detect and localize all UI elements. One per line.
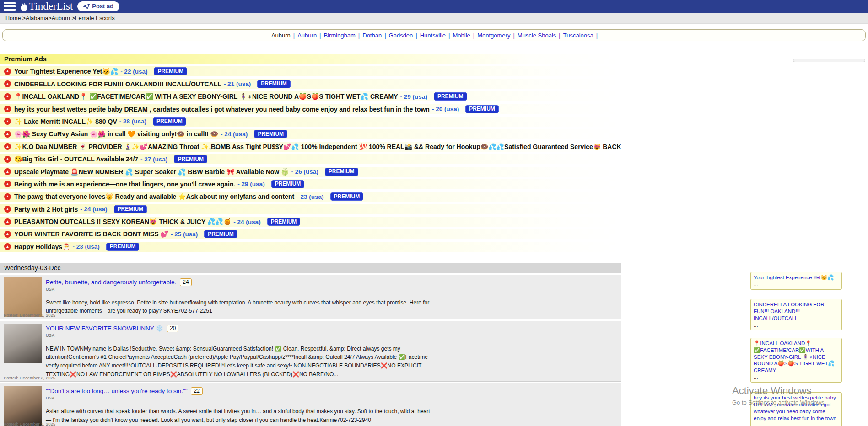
city-link-tuscaloosa[interactable]: Tuscaloosa (563, 32, 593, 39)
up-arrow-icon (4, 143, 11, 150)
premium-ad-title[interactable]: 🌸🌺 Sexy CuRvy Asian 🌸🌺 in call 🧡 visitin… (14, 130, 218, 138)
up-arrow-icon (4, 181, 11, 187)
listing-title-link[interactable]: YOUR NEW FAVORITE SNOWBUNNY ❄️ (46, 325, 163, 332)
city-link-auburn[interactable]: Auburn (297, 32, 317, 39)
city-separator: | (358, 32, 360, 39)
premium-badge: PREMIUM (330, 192, 364, 201)
up-arrow-icon (4, 168, 11, 175)
post-ad-button[interactable]: Post ad (77, 1, 119, 11)
premium-ad-row[interactable]: Your Tightest Experience Yet😼💦- 22 (usa)… (0, 66, 621, 76)
premium-ad-age: - 24 (usa) (221, 131, 248, 138)
listing-thumbnail[interactable] (4, 386, 42, 426)
listing-location: USA (46, 333, 616, 338)
hamburger-menu-icon[interactable] (4, 2, 16, 11)
premium-badge: PREMIUM (254, 130, 287, 138)
sidebar-ad-title[interactable]: hey its your best wettes petite baby DRE… (754, 394, 839, 422)
city-link-muscle-shoals[interactable]: Muscle Shoals (518, 32, 556, 39)
paper-plane-icon (83, 4, 90, 9)
city-link-montgomery[interactable]: Montgomery (477, 32, 510, 39)
sidebar-ad-title[interactable]: Your Tightest Experience Yet😼💦 (754, 274, 839, 281)
city-separator: | (513, 32, 514, 39)
premium-ad-title[interactable]: Your Tightest Experience Yet😼💦 (14, 68, 118, 75)
premium-ad-row[interactable]: Party with 2 Hot girls- 24 (usa)PREMIUM (0, 204, 621, 214)
premium-ad-title[interactable]: The pawg that everyone loves😼 Ready and … (14, 193, 294, 200)
premium-ad-title[interactable]: YOUR WINTER FAVORITE IS BACK DONT MISS 💕 (14, 230, 168, 238)
premium-badge: PREMIUM (174, 155, 207, 163)
listing-location: USA (46, 396, 616, 400)
premium-ad-row[interactable]: 🌸🌺 Sexy CuRvy Asian 🌸🌺 in call 🧡 visitin… (0, 129, 621, 139)
city-link-birmingham[interactable]: Birmingham (324, 32, 356, 39)
city-separator: | (384, 32, 386, 39)
listing-item[interactable]: Posted: December 3, 2025 YOUR NEW FAVORI… (0, 321, 621, 382)
premium-ad-row[interactable]: hey its your best wettes petite baby DRE… (0, 104, 621, 114)
listing-title-link[interactable]: ""Don't stare too long… unless you're re… (46, 388, 187, 394)
premium-ad-row[interactable]: ✨K.O Daa NUMBER 🍷 PROVIDER 🧎‍♀️✨💕AMAZING… (0, 142, 621, 152)
premium-ad-title[interactable]: Happy Holidays🎅 (14, 243, 70, 250)
sidebar-ad-box[interactable]: CINDERELLA LOOKING FOR FUN!!! OAKLAND!!!… (750, 299, 842, 330)
up-arrow-icon (4, 106, 11, 112)
sidebar-ad-title[interactable]: 📍INCALL OAKLAND📍 ✅FACETIME/CAR✅WITH A SE… (754, 340, 839, 374)
premium-ad-title[interactable]: Upscale Playmate 🚨NEW NUMBER 💦 Super Soa… (14, 168, 289, 176)
premium-ad-title[interactable]: ✨ Lake Merritt INCALL✨ $80 QV (14, 118, 117, 125)
breadcrumb[interactable]: Home >Alabama>Auburn >Female Escorts (5, 15, 115, 21)
premium-sidebar: Your Tightest Experience Yet😼💦 ... CINDE… (750, 272, 842, 426)
listing-description: Sweet like honey, bold like espresso. Pe… (46, 298, 430, 315)
up-arrow-icon (4, 80, 11, 87)
city-link-gadsden[interactable]: Gadsden (389, 32, 413, 39)
sidebar-ad-box[interactable]: Your Tightest Experience Yet😼💦 ... (750, 272, 842, 290)
city-link-dothan[interactable]: Dothan (362, 32, 382, 39)
premium-ad-age: - 29 (usa) (237, 181, 264, 187)
posted-date: Posted: December 3, 2025 (4, 421, 55, 426)
premium-ad-row[interactable]: ✨ Lake Merritt INCALL✨ $80 QV- 28 (usa)P… (0, 117, 621, 127)
up-arrow-icon (4, 156, 11, 163)
premium-ad-title[interactable]: Party with 2 Hot girls (14, 206, 78, 213)
premium-ad-row[interactable]: YOUR WINTER FAVORITE IS BACK DONT MISS 💕… (0, 229, 621, 239)
premium-ad-title[interactable]: 😘Big Tits Girl - OUTCALL Available 24/7 (14, 155, 138, 163)
premium-ad-title[interactable]: CINDERELLA LOOKING FOR FUN!!! OAKLAND!!!… (14, 80, 221, 88)
city-separator: | (559, 32, 560, 39)
age-badge: 24 (180, 278, 191, 286)
premium-ad-title[interactable]: ✨K.O Daa NUMBER 🍷 PROVIDER 🧎‍♀️✨💕AMAZING… (14, 143, 621, 150)
premium-ad-age: - 26 (usa) (291, 168, 318, 175)
premium-ad-row[interactable]: The pawg that everyone loves😼 Ready and … (0, 192, 621, 202)
premium-ad-row[interactable]: Being with me is an experience—one that … (0, 179, 621, 189)
up-arrow-icon (4, 231, 11, 238)
city-links-bar: Auburn| Auburn| Birmingham| Dothan| Gads… (2, 29, 866, 41)
premium-ad-age: - 27 (usa) (140, 156, 167, 163)
sidebar-ad-box[interactable]: hey its your best wettes petite baby DRE… (750, 392, 842, 426)
up-arrow-icon (4, 93, 11, 100)
premium-ad-title[interactable]: 📍INCALL OAKLAND📍 ✅FACETIME/CAR✅ WITH A S… (14, 93, 398, 100)
premium-ad-title[interactable]: hey its your best wettes petite baby DRE… (14, 106, 430, 113)
premium-ad-title[interactable]: PLEASANTON OUTCALLS !! SEXY KOREAN😻 THIC… (14, 218, 231, 225)
sidebar-ad-title[interactable]: CINDERELLA LOOKING FOR FUN!!! OAKLAND!!!… (754, 301, 839, 322)
horizontal-scrollbar[interactable] (793, 59, 865, 62)
listing-thumbnail[interactable] (4, 277, 42, 317)
premium-ad-age: - 23 (usa) (297, 193, 323, 200)
up-arrow-icon (4, 118, 11, 125)
premium-ad-row[interactable]: CINDERELLA LOOKING FOR FUN!!! OAKLAND!!!… (0, 79, 621, 89)
premium-ad-row[interactable]: Upscale Playmate 🚨NEW NUMBER 💦 Super Soa… (0, 167, 621, 177)
sidebar-ad-ellipsis: ... (754, 322, 839, 329)
premium-ad-row[interactable]: PLEASANTON OUTCALLS !! SEXY KOREAN😻 THIC… (0, 217, 621, 227)
sidebar-ad-box[interactable]: 📍INCALL OAKLAND📍 ✅FACETIME/CAR✅WITH A SE… (750, 338, 842, 383)
site-logo[interactable]: TinderList (20, 0, 73, 12)
premium-badge: PREMIUM (106, 243, 140, 251)
listing-item[interactable]: Posted: December 3, 2025 Petite, brunett… (0, 275, 621, 319)
listing-title-link[interactable]: Petite, brunette, and dangerously unforg… (46, 279, 176, 286)
up-arrow-icon (4, 218, 11, 225)
premium-ad-age: - 28 (usa) (119, 118, 146, 125)
city-link-huntsville[interactable]: Huntsville (420, 32, 446, 39)
up-arrow-icon (4, 131, 11, 138)
premium-ad-title[interactable]: Being with me is an experience—one that … (14, 181, 235, 188)
city-current: Auburn (271, 32, 291, 39)
city-separator: | (473, 32, 474, 39)
premium-ad-row[interactable]: 😘Big Tits Girl - OUTCALL Available 24/7-… (0, 154, 621, 164)
listing-item[interactable]: Posted: December 3, 2025 ""Don't stare t… (0, 383, 621, 426)
premium-ad-row[interactable]: 📍INCALL OAKLAND📍 ✅FACETIME/CAR✅ WITH A S… (0, 91, 621, 101)
premium-ad-row[interactable]: Happy Holidays🎅- 23 (usa)PREMIUM (0, 242, 621, 252)
city-link-mobile[interactable]: Mobile (453, 32, 470, 39)
listing-thumbnail[interactable] (4, 324, 42, 363)
listing-description: NEW IN TOWNMy name is Dallas !Seductive,… (46, 345, 430, 378)
up-arrow-icon (4, 243, 11, 250)
sidebar-ad-ellipsis: ... (754, 422, 839, 426)
